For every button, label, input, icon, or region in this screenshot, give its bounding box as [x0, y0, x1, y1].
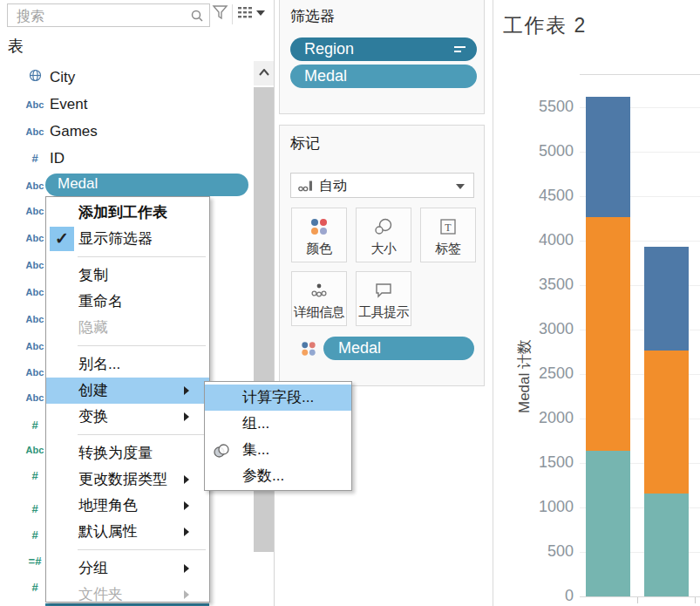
scrollbar-up-arrow[interactable] — [254, 61, 274, 85]
field-type-icon: Abc — [24, 314, 46, 324]
tables-section-title: 表 — [8, 36, 24, 57]
menu-item-change-data-type[interactable]: 更改数据类型 — [46, 466, 209, 493]
menu-item-show-filter[interactable]: ✓ 显示筛选器 — [46, 226, 209, 252]
marks-card: 标记 自动 颜色 大小 T 标签 — [279, 125, 485, 386]
field-label: Event — [50, 96, 87, 113]
menu-item-create[interactable]: 创建 — [46, 378, 209, 404]
button-label: 详细信息 — [292, 304, 346, 321]
field-type-icon: Abc — [24, 341, 46, 351]
field-row-event[interactable]: Abc Event — [0, 91, 253, 118]
filters-card: 筛选器 Region Medal — [279, 0, 485, 114]
filter-pill-region[interactable]: Region — [290, 37, 477, 61]
y-tick-label: 4000 — [506, 231, 574, 249]
field-row-city[interactable]: City — [0, 64, 253, 91]
worksheet-area: 工作表 2 Medal 计数 0500100015002000250030003… — [493, 0, 700, 606]
submenu-item-set[interactable]: 集... — [205, 437, 351, 463]
checked-state: ✓ — [50, 227, 74, 251]
menu-item-transform[interactable]: 变换 — [46, 404, 209, 430]
menu-item-rename[interactable]: 重命名 — [46, 289, 209, 315]
view-options-caret-icon[interactable] — [256, 10, 265, 31]
y-tick-label: 1500 — [506, 453, 574, 472]
marks-card-title: 标记 — [290, 133, 320, 153]
field-type-icon: Abc — [24, 392, 46, 403]
menu-item-group-by[interactable]: 分组 — [46, 555, 209, 582]
size-button[interactable]: 大小 — [356, 208, 411, 262]
menu-item-add-to-worksheet[interactable]: 添加到工作表 — [46, 200, 209, 226]
text-field-icon: Abc — [24, 126, 46, 137]
button-label: 大小 — [357, 241, 411, 257]
field-type-icon: =# — [24, 555, 46, 568]
menu-item-label: 文件夹 — [78, 586, 123, 603]
view-as-list-icon[interactable] — [237, 5, 254, 25]
y-tick-label: 2500 — [506, 364, 574, 383]
filters-card-title: 筛选器 — [290, 6, 335, 26]
field-label: ID — [50, 150, 65, 167]
submenu-arrow-icon — [184, 386, 189, 395]
bar-segment-orange[interactable] — [586, 217, 630, 450]
label-button[interactable]: T 标签 — [420, 208, 476, 262]
detail-button[interactable]: 详细信息 — [291, 271, 347, 326]
menu-item-convert-to-measure[interactable]: 转换为度量 — [46, 440, 209, 466]
y-tick-label: 0 — [506, 587, 574, 605]
tooltip-bubble-icon — [357, 276, 411, 304]
menu-item-label: 分组 — [78, 560, 108, 576]
menu-item-folder: 文件夹 — [46, 582, 209, 603]
x-axis-tick — [637, 597, 638, 603]
y-tick-label: 3000 — [506, 320, 574, 338]
gridline — [580, 596, 700, 597]
submenu-item-calculated-field[interactable]: 计算字段... — [205, 385, 351, 411]
menu-item-hide: 隐藏 — [46, 315, 209, 341]
bar-segment-blue[interactable] — [644, 247, 689, 351]
field-label: Games — [50, 123, 98, 140]
menu-item-label: 地理角色 — [78, 497, 138, 514]
mark-type-dropdown[interactable]: 自动 — [290, 173, 474, 198]
search-box[interactable] — [7, 3, 210, 27]
search-input[interactable] — [15, 8, 180, 25]
submenu-item-group[interactable]: 组... — [205, 411, 351, 437]
x-axis-tick — [695, 597, 696, 603]
tooltip-button[interactable]: 工具提示 — [356, 271, 411, 326]
menu-item-alias[interactable]: 别名... — [46, 351, 209, 378]
field-type-icon: Abc — [24, 287, 46, 297]
field-label: Medal — [58, 175, 98, 193]
submenu-item-parameter[interactable]: 参数... — [205, 463, 351, 489]
filter-funnel-icon[interactable] — [212, 5, 228, 25]
number-field-icon: # — [24, 152, 46, 165]
medal-field-pill[interactable]: Medal — [45, 174, 248, 196]
field-row-medal[interactable]: Abc Medal — [0, 172, 253, 199]
text-field-icon: Abc — [24, 99, 46, 110]
field-label: City — [50, 69, 75, 86]
menu-item-label: 更改数据类型 — [78, 471, 167, 487]
text-label-icon: T — [421, 213, 475, 241]
menu-item-label: 集... — [242, 441, 269, 458]
field-row-id[interactable]: # ID — [0, 145, 253, 172]
y-tick-label: 5500 — [506, 98, 574, 116]
bar-segment-blue[interactable] — [586, 97, 630, 218]
check-icon: ✓ — [55, 229, 69, 248]
bar-segment-orange[interactable] — [644, 351, 689, 493]
field-type-icon: Abc — [24, 445, 46, 455]
submenu-arrow-icon — [184, 501, 189, 510]
menu-item-default-properties[interactable]: 默认属性 — [46, 519, 209, 545]
bar-chart-icon — [298, 180, 313, 195]
menu-item-label: 别名... — [78, 356, 120, 372]
color-button[interactable]: 颜色 — [291, 208, 347, 262]
menu-item-label: 转换为度量 — [78, 445, 153, 461]
filter-pill-medal[interactable]: Medal — [290, 65, 477, 88]
bar-segment-teal[interactable] — [644, 494, 689, 596]
y-tick-label: 5000 — [506, 142, 574, 160]
submenu-arrow-icon — [184, 475, 189, 484]
submenu-arrow-icon — [184, 412, 189, 421]
context-menu: 添加到工作表 ✓ 显示筛选器 复制 重命名 隐藏 别名... 创建 变换 转换为… — [45, 196, 210, 603]
menu-item-geographic-role[interactable]: 地理角色 — [46, 493, 209, 519]
button-label: 标签 — [421, 241, 475, 257]
menu-item-label: 计算字段... — [242, 389, 314, 405]
bar-segment-teal[interactable] — [586, 451, 630, 596]
chevron-down-icon — [456, 184, 465, 189]
menu-separator — [78, 549, 206, 550]
marks-pill-medal[interactable]: Medal — [323, 337, 474, 360]
detail-dots-icon — [292, 276, 346, 304]
field-row-games[interactable]: Abc Games — [0, 118, 253, 145]
button-label: 工具提示 — [357, 304, 411, 321]
menu-item-copy[interactable]: 复制 — [46, 262, 209, 289]
